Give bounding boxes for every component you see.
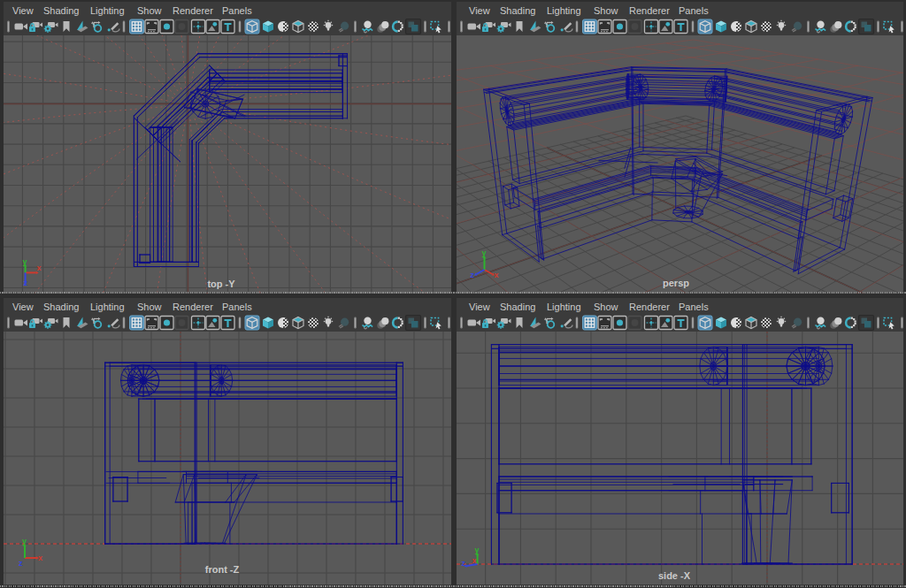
svg-text:z: z: [24, 279, 28, 287]
svg-text:z: z: [471, 271, 475, 279]
svg-text:side -X: side -X: [658, 570, 691, 581]
svg-text:z: z: [462, 559, 466, 568]
svg-text:x: x: [495, 271, 499, 279]
svg-text:z: z: [19, 559, 23, 568]
svg-text:persp: persp: [663, 278, 689, 288]
svg-text:front -Z: front -Z: [205, 564, 240, 575]
svg-text:y: y: [475, 546, 480, 554]
svg-text:x: x: [38, 554, 42, 562]
svg-text:y: y: [482, 248, 487, 257]
svg-text:y: y: [22, 537, 27, 546]
svg-text:top -Y: top -Y: [207, 279, 235, 289]
svg-text:y: y: [23, 257, 27, 266]
svg-text:x: x: [37, 263, 42, 272]
